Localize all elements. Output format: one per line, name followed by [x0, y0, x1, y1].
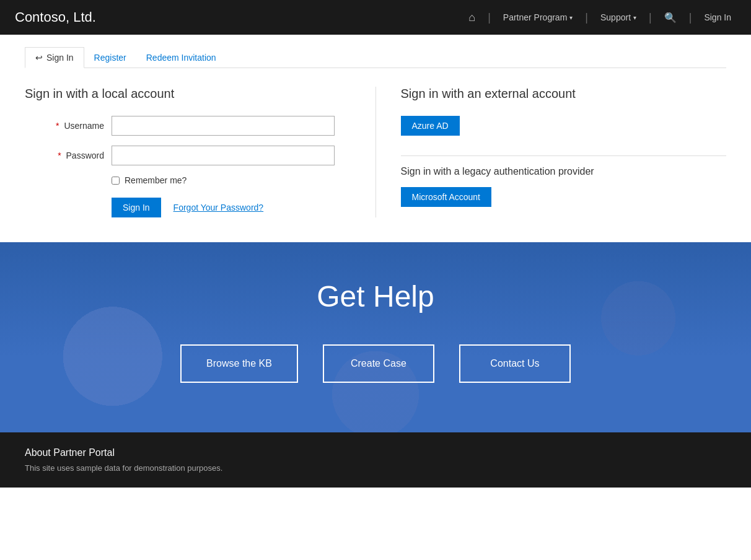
local-account-title: Sign in with a local account	[25, 87, 351, 101]
partner-program-label: Partner Program	[503, 12, 567, 22]
home-link[interactable]: ⌂	[463, 11, 480, 24]
nav-divider-1: |	[480, 11, 498, 24]
get-help-section: Get Help Browse the KB Create Case Conta…	[0, 242, 751, 432]
search-link[interactable]: 🔍	[659, 12, 682, 24]
username-input[interactable]	[112, 116, 335, 136]
help-buttons: Browse the KB Create Case Contact Us	[25, 344, 726, 383]
nav-divider-3: |	[641, 11, 659, 24]
support-link[interactable]: Support ▾	[595, 12, 641, 22]
support-dropdown-icon: ▾	[633, 14, 636, 21]
remember-me-row: Remember me?	[112, 175, 351, 185]
legacy-divider	[401, 155, 727, 156]
nav-links: ⌂ | Partner Program ▾ | Support ▾ | 🔍 | …	[463, 11, 736, 24]
partner-program-dropdown-icon: ▾	[569, 14, 573, 21]
redeem-tab-label: Redeem Invitation	[146, 53, 216, 63]
tab-register[interactable]: Register	[84, 47, 136, 68]
contact-us-button[interactable]: Contact Us	[459, 344, 571, 383]
auth-tabs: ↩ Sign In Register Redeem Invitation	[25, 47, 726, 68]
support-label: Support	[600, 12, 631, 22]
password-row: * Password	[25, 146, 351, 165]
forgot-password-link[interactable]: Forgot Your Password?	[166, 198, 271, 217]
get-help-title: Get Help	[25, 279, 726, 313]
nav-divider-2: |	[578, 11, 595, 24]
register-tab-label: Register	[94, 53, 126, 63]
get-help-content: Get Help Browse the KB Create Case Conta…	[25, 279, 726, 383]
tab-redeem[interactable]: Redeem Invitation	[136, 47, 226, 68]
username-label-text: Username	[64, 121, 104, 131]
remember-me-label: Remember me?	[125, 175, 187, 185]
legacy-title: Sign in with a legacy authentication pro…	[401, 166, 727, 177]
tab-signin[interactable]: ↩ Sign In	[25, 47, 84, 68]
footer-title: About Partner Portal	[25, 447, 726, 458]
top-navigation: Contoso, Ltd. ⌂ | Partner Program ▾ | Su…	[0, 0, 751, 35]
password-label-text: Password	[66, 151, 104, 160]
password-label: * Password	[25, 151, 112, 160]
create-case-button[interactable]: Create Case	[323, 344, 434, 383]
footer: About Partner Portal This site uses samp…	[0, 432, 751, 488]
remember-me-checkbox[interactable]	[112, 177, 120, 185]
signin-actions: Sign In Forgot Your Password?	[112, 198, 351, 217]
nav-divider-4: |	[682, 11, 700, 24]
partner-program-link[interactable]: Partner Program ▾	[498, 12, 578, 22]
signin-section: Sign in with a local account * Username …	[25, 87, 726, 217]
signin-nav-label: Sign In	[704, 12, 731, 22]
username-row: * Username	[25, 116, 351, 136]
search-icon: 🔍	[664, 12, 677, 24]
username-required-star: *	[56, 121, 59, 131]
signin-tab-label: Sign In	[46, 53, 74, 63]
home-icon: ⌂	[468, 11, 475, 24]
external-account-panel: Sign in with an external account Azure A…	[376, 87, 727, 217]
signin-button[interactable]: Sign In	[112, 198, 161, 217]
signin-tab-icon: ↩	[35, 53, 43, 63]
azure-ad-button[interactable]: Azure AD	[401, 116, 460, 136]
username-label: * Username	[25, 121, 112, 131]
signin-nav-link[interactable]: Sign In	[699, 12, 736, 22]
external-account-title: Sign in with an external account	[401, 87, 727, 101]
brand-title: Contoso, Ltd.	[15, 9, 463, 25]
local-account-panel: Sign in with a local account * Username …	[25, 87, 376, 217]
password-required-star: *	[58, 151, 61, 160]
browse-kb-button[interactable]: Browse the KB	[180, 344, 298, 383]
microsoft-account-button[interactable]: Microsoft Account	[401, 187, 492, 207]
main-content: ↩ Sign In Register Redeem Invitation Sig…	[0, 35, 751, 242]
password-input[interactable]	[112, 146, 335, 165]
footer-description: This site uses sample data for demonstra…	[25, 463, 726, 473]
